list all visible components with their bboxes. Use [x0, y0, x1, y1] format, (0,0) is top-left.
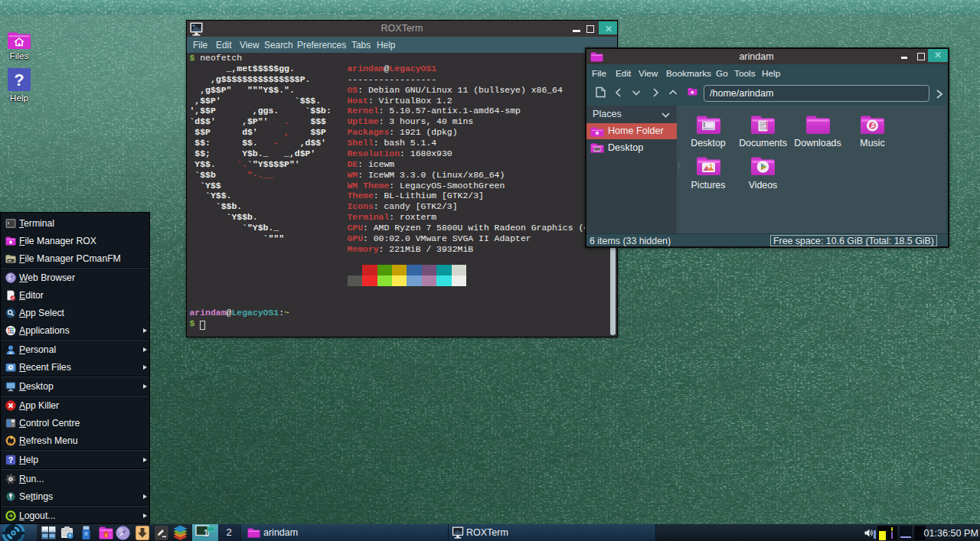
svg-text:?: ?	[14, 70, 24, 90]
svg-text:?: ?	[8, 455, 13, 464]
